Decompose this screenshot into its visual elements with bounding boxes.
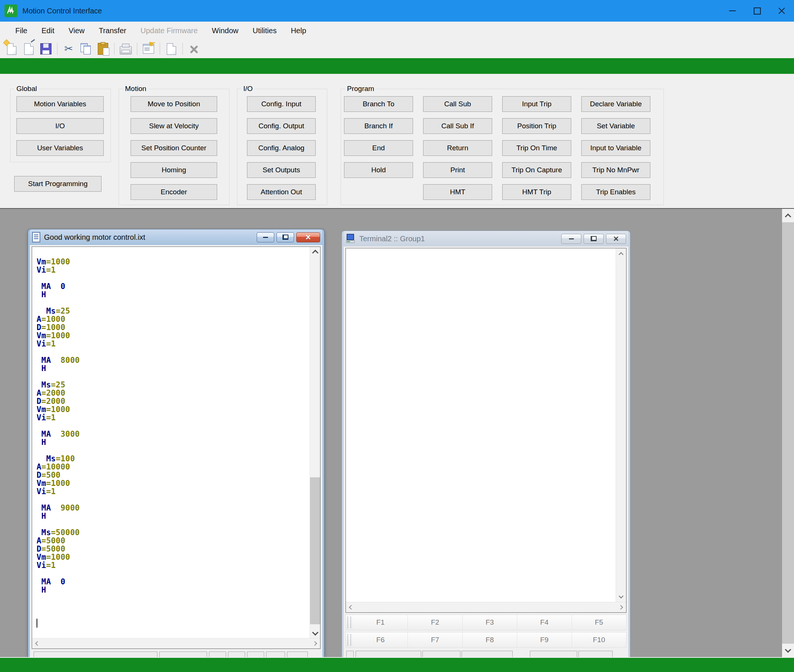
- menu-update-firmware: Update Firmware: [133, 22, 204, 40]
- encoder-button[interactable]: Encoder: [131, 184, 217, 200]
- toolbar-grip[interactable]: [347, 617, 351, 628]
- document-icon: [32, 232, 40, 242]
- mdi-workspace: Good working motor control.ixt ✕ Vm=1000…: [0, 208, 794, 657]
- new-document-icon[interactable]: [163, 40, 180, 58]
- terminal-body: F1F2F3F4F5 F6F7F8F9F10: [344, 246, 628, 657]
- hold-button[interactable]: Hold: [344, 162, 413, 178]
- scroll-down-button[interactable]: [310, 628, 320, 638]
- fkey-f8-button[interactable]: F8: [463, 632, 517, 647]
- editor-restore-button[interactable]: [276, 232, 294, 242]
- set-variable-button[interactable]: Set Variable: [581, 118, 650, 134]
- close-button[interactable]: [769, 0, 794, 22]
- terminal-restore-button[interactable]: [584, 234, 604, 244]
- user-variables-button[interactable]: User Variables: [16, 140, 104, 156]
- move-to-position-button[interactable]: Move to Position: [131, 96, 217, 112]
- menu-view[interactable]: View: [62, 22, 92, 40]
- copy-icon[interactable]: [77, 40, 95, 58]
- maximize-button[interactable]: [745, 0, 769, 22]
- set-outputs-button[interactable]: Set Outputs: [247, 162, 316, 178]
- return-button[interactable]: Return: [423, 140, 492, 156]
- config-analog-button[interactable]: Config. Analog: [247, 140, 316, 156]
- terminal-icon: [346, 234, 356, 243]
- branch-if-button[interactable]: Branch If: [344, 118, 413, 134]
- menu-window[interactable]: Window: [205, 22, 245, 40]
- slew-at-velocity-button[interactable]: Slew at Velocity: [131, 118, 217, 134]
- fkey-f4-button[interactable]: F4: [517, 615, 572, 630]
- new-file-icon[interactable]: [3, 40, 20, 58]
- paste-icon[interactable]: [95, 40, 112, 58]
- branch-to-button[interactable]: Branch To: [344, 96, 413, 112]
- fkey-f5-button[interactable]: F5: [572, 615, 626, 630]
- scroll-down-button[interactable]: [616, 592, 626, 602]
- menu-file[interactable]: File: [8, 22, 34, 40]
- call-sub-button[interactable]: Call Sub: [423, 96, 492, 112]
- scroll-down-button[interactable]: [782, 644, 794, 657]
- menu-help[interactable]: Help: [284, 22, 313, 40]
- call-sub-if-button[interactable]: Call Sub If: [423, 118, 492, 134]
- status-panel: [356, 651, 421, 657]
- fkey-f2-button[interactable]: F2: [408, 615, 462, 630]
- fkey-f1-button[interactable]: F1: [353, 615, 408, 630]
- fkey-f10-button[interactable]: F10: [572, 632, 626, 647]
- config-input-button[interactable]: Config. Input: [247, 96, 316, 112]
- terminal-vertical-scrollbar[interactable]: [616, 248, 626, 602]
- editor-vertical-scrollbar[interactable]: [310, 247, 320, 638]
- editor-text-area[interactable]: Vm=1000 Vi=1 MA 0 H Ms=25 A=1000 D=1000 …: [32, 246, 321, 649]
- editor-titlebar[interactable]: Good working motor control.ixt ✕: [30, 229, 322, 245]
- position-trip-button[interactable]: Position Trip: [502, 118, 571, 134]
- motion-variables-button[interactable]: Motion Variables: [16, 96, 104, 112]
- menu-edit[interactable]: Edit: [34, 22, 61, 40]
- i-o-button[interactable]: I/O: [16, 118, 104, 134]
- editor-minimize-button[interactable]: [257, 232, 274, 242]
- terminal-minimize-button[interactable]: [561, 234, 581, 244]
- scroll-up-button[interactable]: [616, 248, 626, 258]
- toolbar-separator: [114, 43, 115, 55]
- terminal-titlebar[interactable]: Terminal2 :: Group1 ✕: [344, 231, 628, 246]
- fkey-f3-button[interactable]: F3: [463, 615, 517, 630]
- trip-on-time-button[interactable]: Trip On Time: [502, 140, 571, 156]
- set-position-counter-button[interactable]: Set Position Counter: [131, 140, 217, 156]
- input-to-variable-button[interactable]: Input to Variable: [581, 140, 650, 156]
- close-icon: ✕: [613, 235, 619, 242]
- menu-transfer[interactable]: Transfer: [92, 22, 133, 40]
- menu-utilities[interactable]: Utilities: [245, 22, 284, 40]
- terminal-output-area[interactable]: [345, 248, 626, 613]
- cut-icon[interactable]: ✂: [60, 40, 77, 58]
- scrollbar-thumb[interactable]: [310, 477, 320, 624]
- code-content[interactable]: Vm=1000 Vi=1 MA 0 H Ms=25 A=1000 D=1000 …: [37, 258, 308, 629]
- status-panel: [228, 651, 245, 657]
- minimize-button[interactable]: [720, 0, 745, 22]
- terminal-horizontal-scrollbar[interactable]: [346, 602, 626, 612]
- end-button[interactable]: End: [344, 140, 413, 156]
- scroll-up-button[interactable]: [782, 209, 794, 222]
- trip-no-mnpwr-button[interactable]: Trip No MnPwr: [581, 162, 650, 178]
- print-button[interactable]: Print: [423, 162, 492, 178]
- fkey-f6-button[interactable]: F6: [353, 632, 408, 647]
- trip-on-capture-button[interactable]: Trip On Capture: [502, 162, 571, 178]
- mdi-vertical-scrollbar[interactable]: [782, 209, 794, 657]
- editor-close-button[interactable]: ✕: [296, 232, 320, 242]
- save-icon[interactable]: [37, 40, 55, 58]
- trip-enables-button[interactable]: Trip Enables: [581, 184, 650, 200]
- toolbar-separator: [160, 43, 160, 55]
- start-programming-button[interactable]: Start Programming: [14, 176, 101, 192]
- homing-button[interactable]: Homing: [131, 162, 217, 178]
- attention-out-button[interactable]: Attention Out: [247, 184, 316, 200]
- text-caret: [37, 619, 37, 628]
- declare-variable-button[interactable]: Declare Variable: [581, 96, 650, 112]
- terminal-close-button[interactable]: ✕: [606, 234, 626, 244]
- fkey-f9-button[interactable]: F9: [517, 632, 572, 647]
- fkey-f7-button[interactable]: F7: [408, 632, 462, 647]
- close-icon: ✕: [305, 234, 311, 241]
- scroll-up-button[interactable]: [310, 247, 320, 257]
- toolbar-grip[interactable]: [347, 634, 351, 645]
- toolbar-separator: [57, 43, 58, 55]
- open-file-icon[interactable]: [20, 40, 37, 58]
- hmt-button[interactable]: HMT: [423, 184, 492, 200]
- hmt-trip-button[interactable]: HMT Trip: [502, 184, 571, 200]
- print-icon[interactable]: [117, 40, 134, 58]
- config-output-button[interactable]: Config. Output: [247, 118, 316, 134]
- editor-horizontal-scrollbar[interactable]: [32, 638, 320, 648]
- input-trip-button[interactable]: Input Trip: [502, 96, 571, 112]
- properties-icon[interactable]: ☛: [140, 40, 157, 58]
